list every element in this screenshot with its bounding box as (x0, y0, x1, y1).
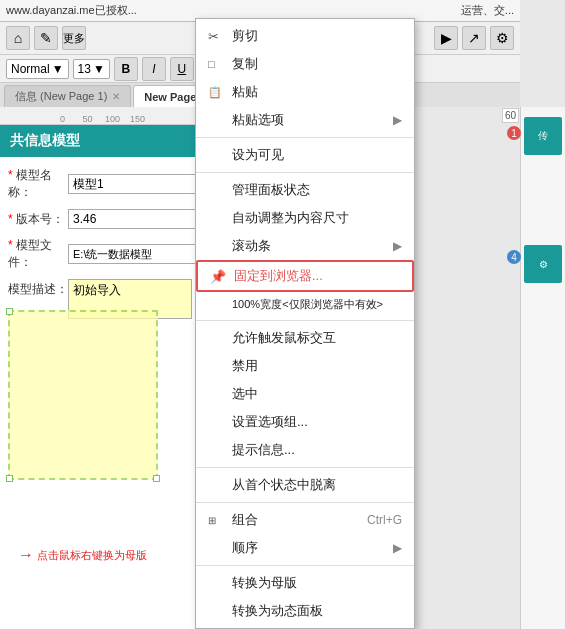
pin-browser-icon: 📌 (210, 269, 228, 284)
badge-4: 4 (507, 250, 521, 264)
menu-item-pin-browser[interactable]: 📌 固定到浏览器... (196, 260, 414, 292)
ruler-mark-150: 150 (125, 114, 150, 124)
menu-label-paste: 粘贴 (232, 83, 258, 101)
separator-4 (196, 467, 414, 468)
menu-label-convert-dynamic: 转换为动态面板 (232, 602, 323, 620)
menu-label-paste-options: 粘贴选项 (232, 111, 284, 129)
tab-info-newpage[interactable]: 信息 (New Page 1) ✕ (4, 85, 131, 107)
format-arrow: ▼ (52, 62, 64, 76)
menu-label-touch: 允许触发鼠标交互 (232, 329, 336, 347)
cut-icon: ✂ (208, 29, 226, 44)
submenu-arrow-order: ▶ (393, 541, 402, 555)
menu-item-auto-resize[interactable]: 自动调整为内容尺寸 (196, 204, 414, 232)
menu-item-copy[interactable]: □ 复制 (196, 50, 414, 78)
menu-label-cut: 剪切 (232, 27, 258, 45)
separator-5 (196, 502, 414, 503)
handle-tl[interactable] (6, 308, 13, 315)
form-row-name: * 模型名称： (8, 167, 192, 201)
menu-item-cut[interactable]: ✂ 剪切 (196, 22, 414, 50)
menu-label-auto-resize: 自动调整为内容尺寸 (232, 209, 349, 227)
form-row-file: * 模型文件： (8, 237, 192, 271)
submenu-arrow-scrollbar: ▶ (393, 239, 402, 253)
menu-item-full-width[interactable]: 100%宽度<仅限浏览器中有效> (196, 292, 414, 317)
red-arrow-icon: → (18, 546, 34, 564)
url-text: www.dayanzai.me已授权... (6, 3, 137, 18)
notes-icon[interactable]: ✎ (34, 26, 58, 50)
share-icon[interactable]: ↗ (462, 26, 486, 50)
menu-item-touch[interactable]: 允许触发鼠标交互 (196, 324, 414, 352)
field-label-file: * 模型文件： (8, 237, 68, 271)
more-btn[interactable]: 更多 (62, 26, 86, 50)
right-panel: 传 ⚙ (520, 107, 565, 629)
underline-icon[interactable]: U (170, 57, 194, 81)
handle-bl[interactable] (6, 475, 13, 482)
menu-item-disable[interactable]: 禁用 (196, 352, 414, 380)
menu-item-set-options[interactable]: 设置选项组... (196, 408, 414, 436)
more-label: 更多 (63, 31, 85, 46)
menu-label-copy: 复制 (232, 55, 258, 73)
menu-label-order: 顺序 (232, 539, 258, 557)
menu-item-paste-options[interactable]: 粘贴选项 ▶ (196, 106, 414, 134)
right-btn-upload[interactable]: 传 (524, 117, 562, 155)
menu-item-detach[interactable]: 从首个状态中脱离 (196, 471, 414, 499)
format-select[interactable]: Normal ▼ (6, 59, 69, 79)
bold-icon[interactable]: B (114, 57, 138, 81)
menu-label-group: 组合 (232, 511, 258, 529)
cim-header: 共信息模型 (0, 125, 200, 157)
menu-item-convert-master[interactable]: 转换为母版 (196, 569, 414, 597)
menu-label-tooltip: 提示信息... (232, 441, 295, 459)
italic-icon[interactable]: I (142, 57, 166, 81)
format-value: Normal (11, 62, 50, 76)
menu-label-set-options: 设置选项组... (232, 413, 308, 431)
handle-br[interactable] (153, 475, 160, 482)
field-label-desc: 模型描述： (8, 279, 68, 298)
form-row-version: * 版本号： (8, 209, 192, 229)
field-label-name: * 模型名称： (8, 167, 68, 201)
menu-item-scrollbar[interactable]: 滚动条 ▶ (196, 232, 414, 260)
tab-close-icon[interactable]: ✕ (112, 91, 120, 102)
badge-1: 1 (507, 126, 521, 140)
preview-icon[interactable]: ▶ (434, 26, 458, 50)
separator-2 (196, 172, 414, 173)
settings-icon[interactable]: ⚙ (490, 26, 514, 50)
submenu-arrow-paste-options: ▶ (393, 113, 402, 127)
ruler-mark-50: 50 (75, 114, 100, 124)
menu-item-set-visible[interactable]: 设为可见 (196, 141, 414, 169)
menu-item-convert-dynamic[interactable]: 转换为动态面板 (196, 597, 414, 625)
menu-item-order[interactable]: 顺序 ▶ (196, 534, 414, 562)
menu-label-convert-master: 转换为母版 (232, 574, 297, 592)
cim-title: 共信息模型 (10, 132, 80, 150)
annotation: → 点击鼠标右键换为母版 (18, 546, 147, 564)
menu-item-tooltip[interactable]: 提示信息... (196, 436, 414, 464)
separator-6 (196, 565, 414, 566)
tab-label: 信息 (New Page 1) (15, 89, 107, 104)
shortcut-group: Ctrl+G (367, 513, 402, 527)
selection-box (8, 310, 158, 480)
context-menu: ✂ 剪切 □ 复制 📋 粘贴 粘贴选项 ▶ 设为可见 管理面板状态 自动调整为内… (195, 18, 415, 629)
group-icon: ⊞ (208, 515, 226, 526)
separator-1 (196, 137, 414, 138)
url-suffix: 运营、交... (461, 3, 514, 18)
home-icon[interactable]: ⌂ (6, 26, 30, 50)
fontsize-arrow: ▼ (93, 62, 105, 76)
annotation-text: 点击鼠标右键换为母版 (37, 548, 147, 563)
menu-label-pin-browser: 固定到浏览器... (234, 267, 323, 285)
menu-label-manage-panel: 管理面板状态 (232, 181, 310, 199)
fontsize-select[interactable]: 13 ▼ (73, 59, 110, 79)
menu-item-group[interactable]: ⊞ 组合 Ctrl+G (196, 506, 414, 534)
menu-item-manage-panel[interactable]: 管理面板状态 (196, 176, 414, 204)
right-btn-action[interactable]: ⚙ (524, 245, 562, 283)
field-input-file[interactable] (68, 244, 216, 264)
fontsize-value: 13 (78, 62, 91, 76)
menu-item-select[interactable]: 选中 (196, 380, 414, 408)
paste-icon: 📋 (208, 86, 226, 99)
ruler: 0 50 100 150 (0, 107, 200, 125)
separator-3 (196, 320, 414, 321)
menu-label-detach: 从首个状态中脱离 (232, 476, 336, 494)
ruler-marker-60: 60 (502, 108, 519, 123)
menu-label-disable: 禁用 (232, 357, 258, 375)
menu-item-paste[interactable]: 📋 粘贴 (196, 78, 414, 106)
menu-label-select: 选中 (232, 385, 258, 403)
copy-icon: □ (208, 58, 226, 70)
ruler-mark-100: 100 (100, 114, 125, 124)
